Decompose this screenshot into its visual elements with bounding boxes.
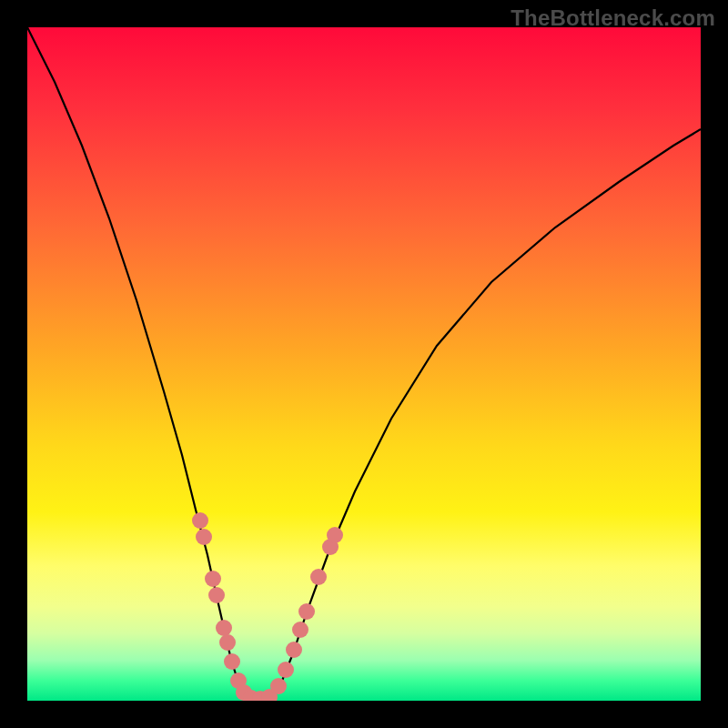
data-point-marker	[292, 622, 308, 638]
data-point-marker	[208, 587, 225, 603]
data-point-marker	[219, 634, 236, 651]
data-point-marker	[286, 642, 302, 658]
data-point-marker	[270, 678, 287, 694]
data-point-marker	[224, 653, 240, 670]
chart-container: TheBottleneck.com	[0, 0, 728, 728]
marker-group	[192, 512, 343, 701]
data-point-marker	[216, 620, 232, 636]
data-point-marker	[192, 512, 208, 529]
data-point-marker	[205, 571, 221, 587]
data-point-markers	[27, 27, 701, 701]
data-point-marker	[196, 529, 212, 545]
data-point-marker	[310, 569, 327, 585]
plot-area	[27, 27, 701, 701]
data-point-marker	[278, 662, 294, 678]
watermark-text: TheBottleneck.com	[511, 5, 715, 31]
data-point-marker	[298, 603, 315, 620]
data-point-marker	[327, 527, 343, 543]
